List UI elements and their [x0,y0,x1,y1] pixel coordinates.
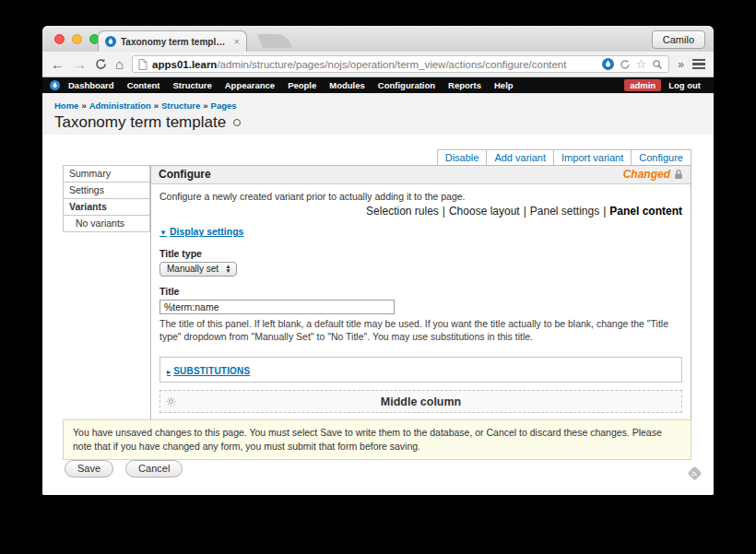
select-stepper-icon: ▲▼ [225,265,230,273]
breadcrumb-home[interactable]: Home [54,100,78,111]
configure-panel: Configure Changed Configure a newly crea… [150,165,691,452]
browser-profile-button[interactable]: Camilo [652,30,705,49]
save-button[interactable]: Save [65,460,113,477]
close-window-button[interactable] [54,34,65,44]
url-path: /admin/structure/pages/nojs/operation/te… [217,59,566,70]
region-label: Middle column [381,395,462,408]
panel-description: Configure a newly created variant prior … [159,191,682,202]
toolbar-overflow-icon[interactable]: » [678,58,684,71]
wizard-step-choose-layout[interactable]: Choose layout [449,205,520,218]
lock-icon [674,169,683,180]
page-content: Home»Administration»Structure»Pages Taxo… [42,93,714,495]
drupal-favicon-icon [105,36,116,47]
logged-in-user-badge[interactable]: admin [624,79,661,91]
page-header: Home»Administration»Structure»Pages Taxo… [42,93,714,135]
toolbar-item-reports[interactable]: Reports [442,80,488,90]
toolbar-item-people[interactable]: People [281,80,323,90]
browser-navbar: ← → ⌂ apps01.learn/admin/structure/pages… [42,52,714,77]
wizard-step-panel-content: Panel content [609,205,682,218]
wizard-step-selection-rules[interactable]: Selection rules [366,205,439,218]
browser-menu-icon[interactable] [692,59,705,70]
drupal-extension-icon[interactable] [602,58,614,70]
minimize-window-button[interactable] [72,34,82,44]
page-document-icon [138,59,148,70]
wizard-step-panel-settings[interactable]: Panel settings [530,205,599,218]
sidebar-item-summary[interactable]: Summary [64,166,149,183]
panel-header: Configure Changed [151,166,691,184]
contextual-toggle-icon[interactable] [233,119,241,126]
form-actions: Save Cancel [65,460,183,477]
variant-sidebar: Summary Settings Variants No variants [63,165,150,232]
tab-close-icon[interactable]: × [234,36,240,47]
unsaved-changes-warning: You have unsaved changes to this page. Y… [63,419,691,460]
title-type-label: Title type [159,248,682,259]
toolbar-item-structure[interactable]: Structure [167,80,219,90]
title-type-select[interactable]: Manually set ▲▼ [159,262,237,277]
desktop-background: Taxonomy term template | × Camilo ← → ⌂ … [0,0,756,554]
back-icon[interactable]: ← [51,57,65,71]
urlbar-extension-icons: ☆ [602,58,664,70]
middle-column-region[interactable]: Middle column [159,390,682,413]
toolbar-item-content[interactable]: Content [121,80,167,90]
substitutions-toggle[interactable]: ▸SUBSTITUTIONS [167,366,250,376]
home-icon[interactable]: ⌂ [115,57,124,71]
reload-icon[interactable] [95,58,107,70]
changed-status: Changed [623,168,683,181]
new-tab-button[interactable] [257,34,292,48]
url-bar[interactable]: apps01.learn/admin/structure/pages/nojs/… [132,55,669,73]
title-label: Title [159,286,682,297]
breadcrumb-administration[interactable]: Administration [89,100,151,111]
breadcrumb-pages[interactable]: Pages [211,100,237,111]
url-host: apps01.learn [152,59,217,70]
bookmark-star-icon[interactable]: ☆ [636,58,647,70]
feed-icon[interactable] [687,466,703,481]
sidebar-item-no-variants: No variants [64,216,149,232]
toolbar-item-appearance[interactable]: Appearance [219,80,281,90]
substitutions-fieldset: ▸SUBSTITUTIONS [159,357,682,383]
toolbar-item-configuration[interactable]: Configuration [372,80,442,90]
browser-tabstrip: Taxonomy term template | × Camilo [42,26,714,52]
panel-body: Configure a newly created variant prior … [151,184,691,442]
breadcrumb-structure[interactable]: Structure [161,100,200,111]
tab-title: Taxonomy term template | [121,37,230,47]
toolbar-item-modules[interactable]: Modules [323,80,372,90]
history-extension-icon[interactable] [620,59,631,70]
toolbar-item-dashboard[interactable]: Dashboard [62,80,121,90]
region-gear-icon[interactable] [166,396,176,407]
cancel-button[interactable]: Cancel [125,460,183,477]
page-title: Taxonomy term template [54,113,714,132]
toolbar-item-help[interactable]: Help [488,80,520,90]
url-text[interactable]: apps01.learn/admin/structure/pages/nojs/… [152,59,597,70]
logout-link[interactable]: Log out [661,80,708,90]
browser-window: Taxonomy term template | × Camilo ← → ⌂ … [42,26,714,495]
wizard-trail: Selection rules|Choose layout|Panel sett… [159,205,682,218]
drupal-admin-toolbar: Dashboard Content Structure Appearance P… [42,77,714,93]
forward-icon: → [73,57,87,71]
display-settings-toggle[interactable]: ▼Display settings [159,226,243,237]
sidebar-item-settings[interactable]: Settings [64,183,149,199]
breadcrumb: Home»Administration»Structure»Pages [54,100,714,111]
collapsed-arrow-icon: ▸ [167,368,171,376]
title-input[interactable] [159,300,395,314]
title-help-text: The title of this panel. If left blank, … [159,317,682,343]
sidebar-item-variants[interactable]: Variants [64,199,149,216]
browser-tab[interactable]: Taxonomy term template | × [98,30,247,52]
zoom-search-icon[interactable] [652,59,663,70]
expanded-arrow-icon: ▼ [159,229,167,237]
drupal-logo-icon[interactable] [50,80,60,90]
panel-title: Configure [159,168,211,181]
window-controls [54,34,100,44]
